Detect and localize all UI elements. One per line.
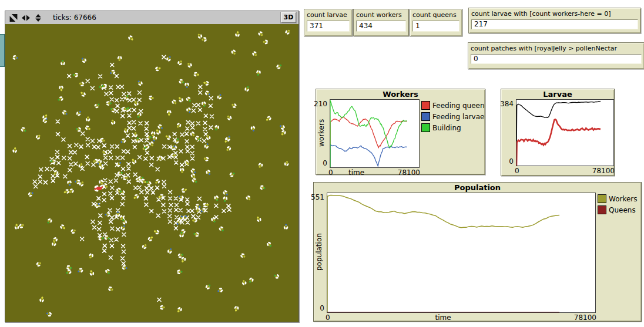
plot-legend: Feeding queenFeeding larvaeBuilding xyxy=(421,100,485,133)
monitor-title: count patches with [royalJelly > pollenN… xyxy=(471,45,642,53)
legend-swatch xyxy=(421,123,430,132)
plot-title: Workers xyxy=(316,90,485,99)
x-max-label: 78100 xyxy=(398,169,420,177)
monitor-title: count queens xyxy=(412,11,459,19)
resize-horizontal-icon xyxy=(21,14,31,22)
monitor-value: 0 xyxy=(471,54,642,64)
monitor-count-workers: count workers 434 xyxy=(353,9,409,36)
legend-item: Feeding larvae xyxy=(421,111,485,122)
x-min-label: 0 xyxy=(515,167,519,175)
legend-swatch xyxy=(598,205,606,214)
x-axis-name: time xyxy=(330,169,383,177)
plot-area xyxy=(330,99,420,168)
monitor-title: count larvae xyxy=(307,11,350,19)
view-titlebar: ticks: 67666 3D xyxy=(5,11,298,24)
ticks-counter: ticks: 67666 xyxy=(53,14,96,22)
workers-plot: Workers 2100078100timeworkersFeeding que… xyxy=(316,89,485,175)
view-window: ticks: 67666 3D xyxy=(5,11,299,322)
series-feeding-larvae xyxy=(330,144,407,167)
plot-canvas xyxy=(516,100,613,166)
x-max-label: 78100 xyxy=(592,167,615,175)
legend-swatch xyxy=(421,112,430,121)
plot-legend: WorkersQueens xyxy=(598,193,638,215)
slider-fragment[interactable] xyxy=(0,34,5,67)
legend-swatch xyxy=(421,101,430,110)
x-max-label: 78100 xyxy=(574,314,596,322)
larvae-plot: Larvae 3840078100 xyxy=(501,89,615,176)
legend-label: Feeding larvae xyxy=(432,113,484,121)
x-axis-name: time xyxy=(327,314,559,322)
monitor-value: 1 xyxy=(412,21,459,32)
plot-area xyxy=(516,99,614,166)
netlogo-interface: ticks: 67666 3D count larvae 371 count w… xyxy=(0,0,644,327)
monitor-value: 217 xyxy=(471,19,638,29)
legend-item: Queens xyxy=(598,204,638,215)
legend-item: Feeding queen xyxy=(421,100,485,111)
resize-vertical-icon xyxy=(33,14,43,22)
plot-title: Larvae xyxy=(501,90,614,99)
3d-button[interactable]: 3D xyxy=(281,12,296,23)
series-building xyxy=(330,100,407,167)
series-workers xyxy=(327,195,559,312)
monitor-value: 434 xyxy=(356,21,406,32)
plot-canvas xyxy=(330,100,419,167)
plot-area xyxy=(327,193,596,313)
legend-label: Feeding queen xyxy=(432,102,485,110)
y-max-label: 384 xyxy=(500,100,514,108)
plot-canvas xyxy=(327,193,595,312)
plot-title: Population xyxy=(314,183,641,192)
legend-item: Workers xyxy=(598,193,638,204)
resize-diagonal-icon xyxy=(9,14,18,22)
monitor-value: 371 xyxy=(307,21,350,32)
legend-item: Building xyxy=(421,122,485,133)
y-axis-name: population xyxy=(316,193,323,312)
monitor-title: count larvae with [count workers-here = … xyxy=(471,10,638,18)
series-series-red xyxy=(516,119,601,166)
legend-swatch xyxy=(598,194,606,203)
population-plot: Population 5510078100timepopulationWorke… xyxy=(313,182,642,322)
y-min-label: 0 xyxy=(509,158,514,166)
series-feeding-queen xyxy=(330,117,407,167)
world-canvas[interactable] xyxy=(5,24,298,322)
monitor-title: count workers xyxy=(356,11,406,19)
monitor-count-queens: count queens 1 xyxy=(410,9,462,36)
legend-label: Queens xyxy=(609,206,636,214)
monitor-patches-royaljelly: count patches with [royalJelly > pollenN… xyxy=(468,42,644,69)
series-series-black xyxy=(516,101,601,166)
legend-label: Building xyxy=(432,124,461,132)
monitor-larvae-no-workers: count larvae with [count workers-here = … xyxy=(468,8,641,33)
legend-label: Workers xyxy=(609,195,638,203)
y-axis-name: workers xyxy=(318,99,326,167)
monitor-count-larvae: count larvae 371 xyxy=(304,9,353,36)
